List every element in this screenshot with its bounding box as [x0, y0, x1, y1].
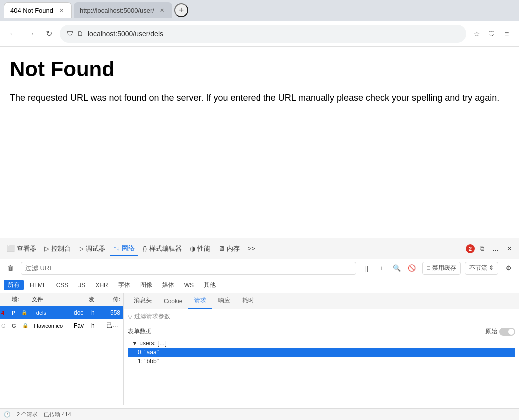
tree-item-0[interactable]: 0: "aaa" — [128, 348, 515, 357]
row1-type: doc — [71, 309, 88, 316]
row1-lock-icon: 🔒 — [18, 310, 30, 315]
devtools-inspector-btn[interactable]: ⬜ 查看器 — [4, 242, 39, 255]
memory-icon: 🖥 — [218, 245, 225, 252]
request-tabs: 消息头 Cookie 请求 响应 耗时 — [124, 293, 519, 309]
devtools-toolbar: ⬜ 查看器 ▷ 控制台 ▷ 调试器 ↑↓ 网络 {} 样式编辑器 ◑ 性能 🖥 … — [0, 238, 519, 259]
type-image-btn[interactable]: 图像 — [136, 280, 156, 290]
devtools-duplicate-btn[interactable]: ⧉ — [477, 243, 487, 255]
col-transfer-header: 传: — [103, 296, 123, 303]
back-button[interactable]: ← — [6, 27, 20, 41]
url-text: localhost:5000/user/dels — [88, 30, 459, 38]
bookmark-button[interactable]: ☆ — [470, 27, 483, 40]
type-xhr-btn[interactable]: XHR — [91, 281, 112, 290]
tab-localhost-title: http://localhost:5000/user/ — [80, 7, 154, 14]
type-media-btn[interactable]: 媒体 — [158, 280, 178, 290]
tab-localhost-close[interactable]: ✕ — [158, 6, 166, 14]
tree-item-1-index: 1: — [138, 358, 144, 365]
tab-404[interactable]: 404 Not Found ✕ — [4, 2, 72, 18]
raw-toggle[interactable]: 原始 — [485, 327, 515, 336]
devtools-options-btn[interactable]: … — [489, 243, 502, 254]
type-other-btn[interactable]: 其他 — [200, 280, 220, 290]
filter-url-input[interactable] — [21, 262, 356, 275]
form-data-section: 表单数据 原始 ▼ users: […] 0: "aaa" — [124, 324, 519, 370]
new-tab-button[interactable]: + — [174, 3, 188, 17]
clear-requests-btn[interactable]: 🗑 — [4, 262, 17, 275]
url-icons: ☆ 🛡 ≡ — [470, 27, 513, 40]
tab-bar: 404 Not Found ✕ http://localhost:5000/us… — [0, 0, 519, 21]
devtools-performance-btn[interactable]: ◑ 性能 — [187, 242, 213, 255]
row2-method: G — [9, 323, 19, 329]
network-request-list: 域: 文件 发 传: 4 P 🔒 l dels doc h 558 G G 🔒 … — [0, 293, 124, 405]
not-found-heading: Not Found — [10, 57, 509, 81]
raw-label: 原始 — [485, 327, 497, 336]
address-bar: ← → ↻ 🛡 🗋 localhost:5000/user/dels ☆ 🛡 ≡ — [0, 21, 519, 47]
tab-timing[interactable]: 耗时 — [236, 293, 260, 309]
forward-button[interactable]: → — [24, 27, 38, 41]
settings-btn[interactable]: ⚙ — [502, 262, 515, 275]
request-filter-placeholder: 过滤请求参数 — [134, 312, 170, 321]
row2-size: 已是2 — [103, 321, 123, 330]
browser-chrome: 404 Not Found ✕ http://localhost:5000/us… — [0, 0, 519, 47]
type-all-btn[interactable]: 所有 — [4, 280, 24, 290]
tree-expand-icon: ▼ — [132, 340, 138, 347]
network-row-favicon[interactable]: G G 🔒 l favicon.ico Fav h 已是2 — [0, 319, 123, 332]
col-send-header: 发 — [86, 296, 103, 303]
type-html-btn[interactable]: HTML — [26, 281, 50, 290]
tab-cookie[interactable]: Cookie — [158, 295, 188, 309]
raw-toggle-switch[interactable] — [499, 328, 515, 336]
no-cache-btn[interactable]: □ 禁用缓存 — [422, 262, 461, 275]
debugger-icon: ▷ — [79, 245, 84, 252]
error-badge: 2 — [466, 244, 475, 253]
devtools-panel: ⬜ 查看器 ▷ 控制台 ▷ 调试器 ↑↓ 网络 {} 样式编辑器 ◑ 性能 🖥 … — [0, 238, 519, 420]
add-filter-btn[interactable]: + — [375, 262, 388, 275]
type-ws-btn[interactable]: WS — [180, 281, 198, 290]
search-btn[interactable]: 🔍 — [390, 262, 403, 275]
type-css-btn[interactable]: CSS — [52, 281, 73, 290]
pause-btn[interactable]: || — [360, 262, 373, 275]
pocket-button[interactable]: 🛡 — [485, 27, 498, 40]
transfer-size: 已传输 414 — [44, 411, 71, 418]
tree-item-1-value: "bbb" — [144, 358, 159, 365]
devtools-more-area: 2 ⧉ … ✕ — [466, 243, 515, 255]
tree-root[interactable]: ▼ users: […] — [128, 339, 515, 348]
devtools-more-btn[interactable]: >> — [245, 243, 258, 254]
requests-count: 2 个请求 — [17, 411, 38, 418]
form-data-header: 表单数据 原始 — [128, 327, 515, 336]
tab-request[interactable]: 请求 — [188, 293, 212, 309]
menu-button[interactable]: ≡ — [500, 27, 513, 40]
console-icon: ▷ — [44, 245, 49, 252]
throttle-btn[interactable]: 不节流 ⇕ — [465, 262, 498, 275]
row2-type: Fav — [71, 322, 88, 329]
tab-message-head[interactable]: 消息头 — [128, 293, 158, 309]
devtools-close-btn[interactable]: ✕ — [504, 243, 515, 254]
style-editor-icon: {} — [143, 245, 147, 252]
row1-method: P — [9, 310, 18, 316]
page-content: Not Found The requested URL was not foun… — [0, 47, 519, 242]
tree-root-label: users: […] — [139, 340, 167, 347]
devtools-style-editor-btn[interactable]: {} 样式编辑器 — [140, 242, 185, 255]
network-list-header: 域: 文件 发 传: — [0, 293, 123, 306]
filter-actions: || + 🔍 🚫 — [360, 262, 418, 275]
type-font-btn[interactable]: 字体 — [114, 280, 134, 290]
form-data-tree: ▼ users: […] 0: "aaa" 1: "bbb" — [128, 338, 515, 367]
devtools-filter-bar: 🗑 || + 🔍 🚫 □ 禁用缓存 不节流 ⇕ ⚙ — [0, 259, 519, 277]
network-detail-panel: 消息头 Cookie 请求 响应 耗时 ▽ 过滤请求参数 表单数据 原始 — [124, 293, 519, 405]
request-filter-bar: ▽ 过滤请求参数 — [124, 309, 519, 324]
devtools-network-btn[interactable]: ↑↓ 网络 — [110, 242, 138, 256]
url-bar[interactable]: 🛡 🗋 localhost:5000/user/dels — [60, 25, 466, 43]
row1-name: l dels — [30, 310, 71, 316]
tab-localhost[interactable]: http://localhost:5000/user/ ✕ — [74, 2, 172, 18]
devtools-debugger-btn[interactable]: ▷ 调试器 — [76, 242, 108, 255]
devtools-console-btn[interactable]: ▷ 控制台 — [41, 242, 74, 255]
tree-item-1[interactable]: 1: "bbb" — [128, 357, 515, 366]
block-btn[interactable]: 🚫 — [405, 262, 418, 275]
network-row-dels[interactable]: 4 P 🔒 l dels doc h 558 — [0, 306, 123, 319]
type-js-btn[interactable]: JS — [74, 281, 89, 290]
tab-404-close[interactable]: ✕ — [57, 7, 65, 15]
devtools-memory-btn[interactable]: 🖥 内存 — [215, 242, 243, 255]
row2-method2: h — [88, 322, 103, 329]
tab-response[interactable]: 响应 — [212, 293, 236, 309]
reload-button[interactable]: ↻ — [42, 27, 56, 41]
tree-item-0-value: "aaa" — [144, 349, 159, 356]
filter-icon: ▽ — [128, 313, 132, 320]
